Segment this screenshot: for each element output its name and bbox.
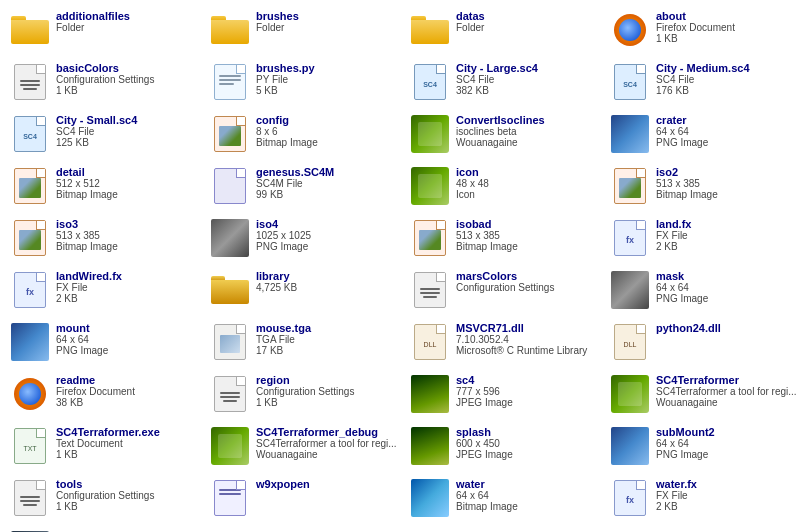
file-type: SC4Terraformer a tool for regi... [256,438,398,449]
list-item[interactable]: TXT SC4Terraformer.exeText Document1 KB [4,420,204,472]
png-mixed-icon [610,270,650,310]
file-size: Icon [456,189,598,200]
list-item[interactable]: readmeFirefox Document38 KB [4,368,204,420]
list-item[interactable]: fx water.fxFX File2 KB [604,472,800,524]
list-item[interactable]: ConvertIsoclinesisoclines betaWouanagain… [404,108,604,160]
file-name: icon [456,166,598,178]
file-size: 2 KB [656,501,798,512]
file-type: Folder [456,22,598,33]
list-item[interactable]: config8 x 6Bitmap Image [204,108,404,160]
generic-icon [210,62,250,102]
list-item[interactable]: w9xpopen [204,472,404,524]
list-item[interactable]: detail512 x 512Bitmap Image [4,160,204,212]
fx-icon: fx [610,218,650,258]
file-type: 7.10.3052.4 [456,334,598,345]
list-item[interactable]: icon48 x 48Icon [404,160,604,212]
file-name: detail [56,166,198,178]
list-item[interactable]: sc4777 x 596JPEG Image [404,368,604,420]
list-item[interactable]: regionConfiguration Settings1 KB [204,368,404,420]
list-item[interactable]: fx landWired.fxFX File2 KB [4,264,204,316]
file-type: 48 x 48 [456,178,598,189]
list-item[interactable]: mask64 x 64PNG Image [604,264,800,316]
tga-icon [210,322,250,362]
green-icon [610,374,650,414]
file-size: 2 KB [56,293,198,304]
file-type: 64 x 64 [56,334,198,345]
file-name: genesus.SC4M [256,166,398,178]
list-item[interactable]: toolsConfiguration Settings1 KB [4,472,204,524]
list-item[interactable]: DLL MSVCR71.dll7.10.3052.4Microsoft® C R… [404,316,604,368]
file-name: iso3 [56,218,198,230]
file-type: FX File [56,282,198,293]
paint-icon [410,218,450,258]
list-item[interactable]: DLL python24.dll [604,316,800,368]
list-item[interactable]: brushesFolder [204,4,404,56]
dll-icon: DLL [410,322,450,362]
list-item[interactable]: marsColorsConfiguration Settings [404,264,604,316]
list-item[interactable]: SC4 City - Small.sc4SC4 File125 KB [4,108,204,160]
list-item[interactable]: basicColorsConfiguration Settings1 KB [4,56,204,108]
file-name: MSVCR71.dll [456,322,598,334]
png-blue-icon [610,426,650,466]
list-item[interactable]: iso41025 x 1025PNG Image [204,212,404,264]
w9x-icon [210,478,250,518]
file-size: 38 KB [56,397,198,408]
list-item[interactable]: datasFolder [404,4,604,56]
list-item[interactable]: subMount264 x 64PNG Image [604,420,800,472]
list-item[interactable]: library4,725 KB [204,264,404,316]
list-item[interactable]: isobad513 x 385Bitmap Image [404,212,604,264]
list-item[interactable]: brushes.pyPY File5 KB [204,56,404,108]
list-item[interactable]: mouse.tgaTGA File17 KB [204,316,404,368]
file-size: 1 KB [656,33,798,44]
file-size: PNG Image [256,241,398,252]
list-item[interactable]: SC4 City - Large.sc4SC4 File382 KB [404,56,604,108]
firefox-icon [10,374,50,414]
exe-icon: TXT [10,426,50,466]
list-item[interactable]: splash600 x 450JPEG Image [404,420,604,472]
file-type: Configuration Settings [56,74,198,85]
file-name: readme [56,374,198,386]
paint-icon [610,166,650,206]
file-name: iso4 [256,218,398,230]
file-name: sc4 [456,374,598,386]
list-item[interactable]: iso3513 x 385Bitmap Image [4,212,204,264]
green-icon [410,114,450,154]
file-name: SC4Terraformer_debug [256,426,398,438]
sc4-icon: SC4 [410,62,450,102]
sc4-icon: SC4 [610,62,650,102]
file-size: 1 KB [56,449,198,460]
file-type: SC4Terraformer a tool for regi... [656,386,798,397]
list-item[interactable]: SC4Terraformer_debugSC4Terraformer a too… [204,420,404,472]
file-explorer-grid: additionalfilesFolder brushesFolder data… [0,0,800,532]
list-item[interactable]: aboutFirefox Document1 KB [604,4,800,56]
file-size: 125 KB [56,137,198,148]
file-name: region [256,374,398,386]
paint-icon [210,114,250,154]
list-item[interactable]: fx land.fxFX File2 KB [604,212,800,264]
list-item[interactable]: iso2513 x 385Bitmap Image [604,160,800,212]
list-item[interactable]: genesus.SC4MSC4M File99 KB [204,160,404,212]
file-size: Bitmap Image [56,189,198,200]
file-size: 5 KB [256,85,398,96]
file-size: Bitmap Image [456,241,598,252]
file-type: 64 x 64 [656,438,798,449]
file-type: SC4 File [456,74,598,85]
file-type: 513 x 385 [456,230,598,241]
list-item[interactable]: SC4 City - Medium.sc4SC4 File176 KB [604,56,800,108]
list-item[interactable]: SC4TerraformerSC4Terraformer a tool for … [604,368,800,420]
file-size: 176 KB [656,85,798,96]
list-item[interactable]: water64 x 64Bitmap Image [404,472,604,524]
list-item[interactable]: additionalfilesFolder [4,4,204,56]
folder-icon [210,10,250,50]
list-item[interactable]: crater64 x 64PNG Image [604,108,800,160]
file-size: Bitmap Image [256,137,398,148]
file-name: mount [56,322,198,334]
list-item[interactable]: wired64 x 64Bitmap Image [4,524,204,532]
file-type: Folder [56,22,198,33]
file-name: marsColors [456,270,598,282]
file-size: Bitmap Image [56,241,198,252]
file-size: 1 KB [256,397,398,408]
fx-icon: fx [610,478,650,518]
list-item[interactable]: mount64 x 64PNG Image [4,316,204,368]
file-type: Folder [256,22,398,33]
